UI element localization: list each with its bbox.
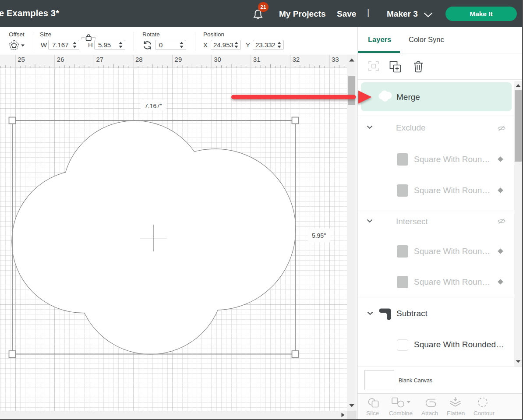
svg-text:26: 26 (57, 56, 64, 63)
svg-text:33: 33 (332, 56, 339, 63)
svg-text:31: 31 (253, 56, 261, 63)
svg-text:32: 32 (292, 56, 300, 63)
svg-text:25: 25 (18, 56, 25, 63)
svg-text:30: 30 (214, 56, 221, 63)
svg-text:5.95": 5.95" (312, 232, 326, 239)
svg-text:27: 27 (96, 56, 103, 63)
svg-text:29: 29 (175, 56, 182, 63)
svg-text:7.167": 7.167" (145, 102, 162, 109)
svg-text:28: 28 (135, 56, 143, 63)
